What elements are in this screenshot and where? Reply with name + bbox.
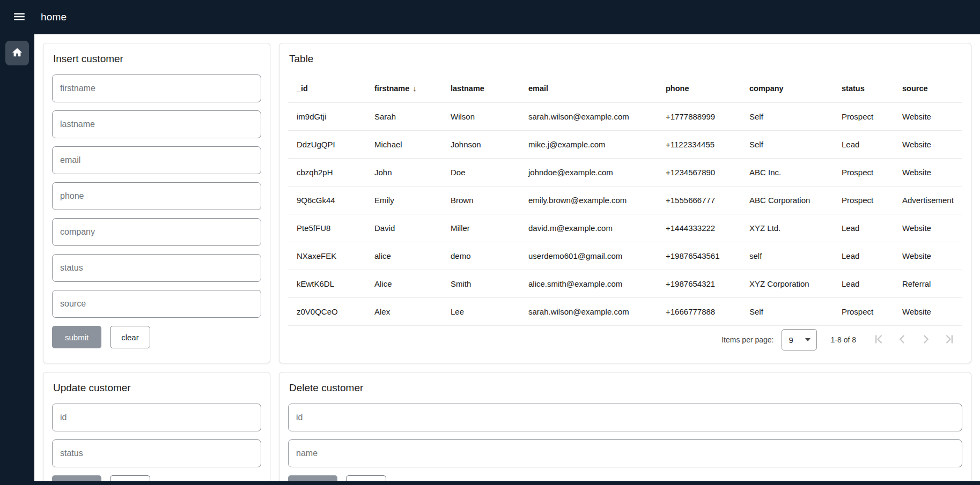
cell-phone: +1555666777 <box>657 186 741 214</box>
cell-email: mike.j@example.com <box>520 130 657 158</box>
cell-firstname: David <box>366 214 442 242</box>
first-page-button[interactable] <box>867 328 890 352</box>
column-header-status[interactable]: status <box>833 74 894 102</box>
card-title: Update customer <box>53 382 261 394</box>
home-icon <box>11 47 23 60</box>
cell-id: cbzqh2pH <box>288 158 366 186</box>
menu-button[interactable] <box>8 5 31 29</box>
card-title: Table <box>289 53 962 65</box>
cell-id: Pte5fFU8 <box>288 214 366 242</box>
insert-firstname-input[interactable] <box>52 74 261 102</box>
column-header-label: company <box>749 84 784 93</box>
delete-name-input[interactable] <box>288 439 962 467</box>
cell-lastname: Miller <box>442 214 520 242</box>
column-header-source[interactable]: source <box>894 74 962 102</box>
cell-id: im9dGtji <box>288 102 366 130</box>
update-status-input[interactable] <box>52 439 261 467</box>
cell-email: userdemo601@gmail.com <box>520 242 657 270</box>
delete-submit-button[interactable]: submit <box>288 475 337 481</box>
top-bar: home <box>0 0 980 34</box>
cell-firstname: alice <box>366 242 442 270</box>
sidebar-item-home[interactable] <box>5 41 29 65</box>
items-per-page-label: Items per page: <box>721 335 773 344</box>
cell-id: kEwtK6DL <box>288 270 366 297</box>
card-title: Delete customer <box>289 382 962 394</box>
cell-source: Advertisement <box>894 186 962 214</box>
table-row: 9Q6cGk44EmilyBrownemily.brown@example.co… <box>288 186 962 214</box>
delete-clear-button[interactable]: clear <box>346 475 386 481</box>
cell-status: Lead <box>833 242 894 270</box>
insert-phone-input[interactable] <box>52 182 261 210</box>
update-id-input[interactable] <box>52 404 261 431</box>
card-title: Insert customer <box>53 53 261 65</box>
paginator-range-label: 1-8 of 8 <box>831 335 856 344</box>
cell-phone: +1444333222 <box>657 214 741 242</box>
insert-lastname-input[interactable] <box>52 110 261 138</box>
cell-source: Website <box>894 158 962 186</box>
column-header-label: _id <box>297 84 308 93</box>
cell-status: Prospect <box>833 186 894 214</box>
column-header-phone[interactable]: phone <box>657 74 741 102</box>
update-clear-button[interactable]: clear <box>110 475 150 481</box>
insert-email-input[interactable] <box>52 146 261 174</box>
delete-customer-card: Delete customer submit clear <box>279 372 971 481</box>
delete-form-fields <box>288 404 962 467</box>
table-card: Table _idfirstname↓lastnameemailphonecom… <box>279 43 971 363</box>
cell-source: Website <box>894 297 962 325</box>
column-header-label: status <box>842 84 865 93</box>
table-row: im9dGtjiSarahWilsonsarah.wilson@example.… <box>288 102 962 130</box>
cell-email: alice.smith@example.com <box>520 270 657 297</box>
column-header-label: lastname <box>451 84 484 93</box>
column-header-id[interactable]: _id <box>288 74 366 102</box>
cell-company: self <box>741 242 833 270</box>
main-content: Insert customer submit clear Table <box>34 34 980 481</box>
cell-status: Prospect <box>833 297 894 325</box>
cell-firstname: Alice <box>366 270 442 297</box>
items-per-page-value: 9 <box>789 335 793 345</box>
previous-page-button[interactable] <box>890 328 914 352</box>
chevron-left-icon <box>895 332 909 348</box>
column-header-lastname[interactable]: lastname <box>442 74 520 102</box>
arrow-downward-icon: ↓ <box>412 84 417 93</box>
cell-phone: +1666777888 <box>657 297 741 325</box>
delete-id-input[interactable] <box>288 404 962 431</box>
cell-company: ABC Inc. <box>741 158 833 186</box>
insert-customer-card: Insert customer submit clear <box>43 43 270 363</box>
cell-lastname: Wilson <box>442 102 520 130</box>
table-row: Pte5fFU8DavidMillerdavid.m@example.com+1… <box>288 214 962 242</box>
table-row: DdzUgQPIMichaelJohnsonmike.j@example.com… <box>288 130 962 158</box>
column-header-firstname[interactable]: firstname↓ <box>366 74 442 102</box>
insert-source-input[interactable] <box>52 290 261 318</box>
cell-source: Website <box>894 214 962 242</box>
items-per-page-select[interactable]: 9 <box>782 329 817 350</box>
customers-table: _idfirstname↓lastnameemailphonecompanyst… <box>288 74 962 326</box>
column-header-label: email <box>528 84 548 93</box>
column-header-company[interactable]: company <box>741 74 833 102</box>
cell-phone: +1122334455 <box>657 130 741 158</box>
cell-status: Lead <box>833 130 894 158</box>
cell-source: Website <box>894 130 962 158</box>
chevron-right-icon <box>919 332 933 348</box>
cell-id: NXaxeFEK <box>288 242 366 270</box>
next-page-button[interactable] <box>914 328 938 352</box>
insert-status-input[interactable] <box>52 254 261 282</box>
table-row: kEwtK6DLAliceSmithalice.smith@example.co… <box>288 270 962 297</box>
sidebar <box>0 34 34 481</box>
cell-id: DdzUgQPI <box>288 130 366 158</box>
insert-submit-button[interactable]: submit <box>52 326 101 348</box>
last-page-button[interactable] <box>938 328 961 352</box>
column-header-email[interactable]: email <box>520 74 657 102</box>
update-customer-card: Update customer submit clear <box>43 372 270 481</box>
insert-clear-button[interactable]: clear <box>110 326 150 348</box>
page-title: home <box>41 11 67 23</box>
insert-company-input[interactable] <box>52 218 261 246</box>
update-submit-button[interactable]: submit <box>52 475 101 481</box>
cell-firstname: Emily <box>366 186 442 214</box>
cell-company: XYZ Ltd. <box>741 214 833 242</box>
cell-firstname: Michael <box>366 130 442 158</box>
cell-lastname: Smith <box>442 270 520 297</box>
update-form-fields <box>52 404 261 467</box>
cell-lastname: Brown <box>442 186 520 214</box>
cell-company: XYZ Corporation <box>741 270 833 297</box>
cell-lastname: Lee <box>442 297 520 325</box>
